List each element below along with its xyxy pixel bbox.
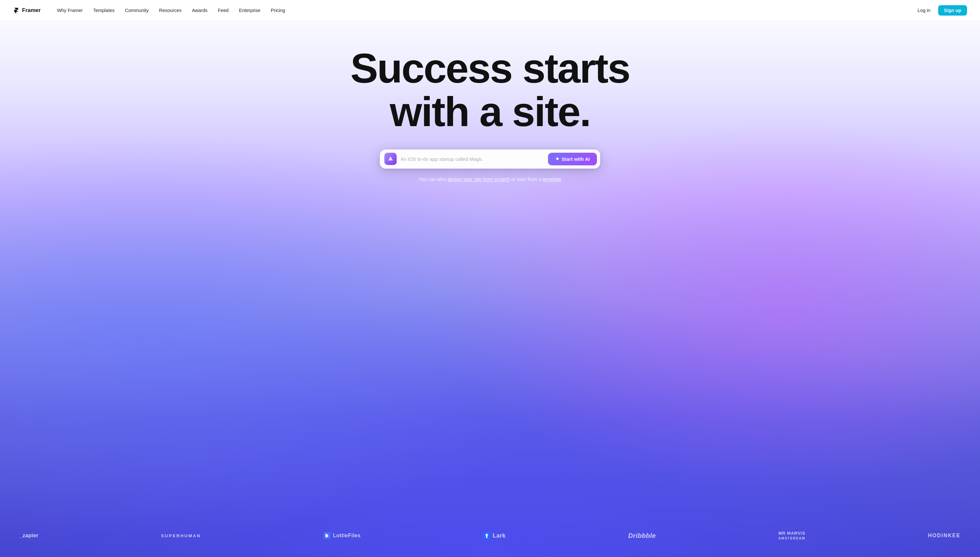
mrmarvis-label: MR MARVISAMSTERDAM	[778, 531, 805, 541]
brand-mrmarvis: MR MARVISAMSTERDAM	[778, 531, 805, 541]
nav-logo[interactable]: Framer	[13, 7, 41, 14]
design-from-scratch-link[interactable]: design your site from scratch	[447, 176, 510, 182]
brand-hodinkee: HODINKEE	[928, 533, 960, 539]
ai-icon	[384, 153, 397, 165]
hero-title-line2: with a site.	[390, 88, 590, 135]
start-ai-label: Start with AI	[562, 156, 590, 162]
brand-zapier: _zapier	[20, 533, 39, 539]
ai-text-input[interactable]	[401, 156, 544, 162]
hero-subtext: You can also design your site from scrat…	[419, 176, 562, 182]
nav-actions: Log in Sign up	[912, 5, 967, 16]
superhuman-label: SUPERHUMAN	[161, 533, 201, 538]
brand-lark: Lark	[483, 532, 505, 539]
brands-section: _zapier SUPERHUMAN LottieFiles	[0, 518, 980, 557]
nav-item-templates[interactable]: Templates	[88, 6, 119, 15]
hero-section: Success starts with a site.	[0, 0, 980, 557]
start-ai-button[interactable]: ✦ Start with AI	[548, 153, 597, 165]
template-link[interactable]: template	[543, 176, 562, 182]
nav-item-feed[interactable]: Feed	[213, 6, 233, 15]
hodinkee-label: HODINKEE	[928, 533, 960, 539]
brand-dribbble: Dribbble	[628, 532, 656, 539]
navbar: Framer Why Framer Templates Community Re…	[0, 0, 980, 21]
hero-content: Success starts with a site.	[0, 21, 980, 182]
nav-item-resources[interactable]: Resources	[154, 6, 186, 15]
dribbble-label: Dribbble	[628, 532, 656, 539]
nav-links: Why Framer Templates Community Resources…	[52, 6, 913, 15]
lark-icon	[483, 532, 490, 539]
lark-label: Lark	[492, 533, 505, 539]
brand-superhuman: SUPERHUMAN	[161, 533, 201, 538]
nav-logo-text: Framer	[22, 7, 41, 14]
start-ai-icon: ✦	[555, 156, 559, 162]
nav-item-community[interactable]: Community	[120, 6, 153, 15]
subtext-middle: or start from a	[510, 176, 543, 182]
brand-lottiefiles: LottieFiles	[323, 532, 361, 539]
signup-button[interactable]: Sign up	[938, 5, 967, 16]
subtext-prefix: You can also	[419, 176, 448, 182]
nav-item-pricing[interactable]: Pricing	[266, 6, 289, 15]
nav-item-awards[interactable]: Awards	[187, 6, 212, 15]
lottiefiles-label: LottieFiles	[333, 533, 361, 539]
hero-title-line1: Success starts	[350, 45, 630, 91]
nav-item-why-framer[interactable]: Why Framer	[52, 6, 88, 15]
nav-item-enterprise[interactable]: Enterprise	[234, 6, 265, 15]
lottiefiles-icon	[323, 532, 331, 539]
login-button[interactable]: Log in	[912, 5, 936, 15]
ai-input-box: ✦ Start with AI	[380, 150, 600, 169]
zapier-label: _zapier	[20, 533, 39, 539]
hero-title: Success starts with a site.	[350, 47, 630, 134]
